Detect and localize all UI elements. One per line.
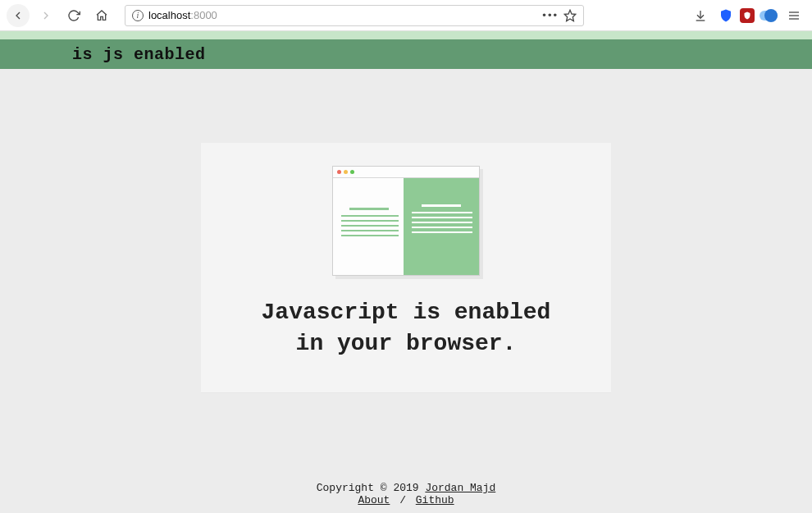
forward-button[interactable] — [34, 4, 57, 27]
status-message-line1: Javascript is enabled — [262, 300, 551, 325]
top-accent-strip — [0, 31, 812, 39]
bitwarden-icon[interactable] — [717, 7, 735, 25]
author-link[interactable]: Jordan Majd — [425, 482, 495, 494]
github-link[interactable]: Github — [416, 494, 454, 506]
ublock-icon[interactable] — [740, 8, 755, 23]
footer-separator: / — [390, 494, 415, 506]
page-viewport: is js enabled — [0, 31, 812, 513]
site-title: is js enabled — [0, 45, 206, 64]
site-header: is js enabled — [0, 39, 812, 69]
reload-button[interactable] — [62, 4, 85, 27]
site-info-icon[interactable]: i — [132, 10, 144, 21]
window-dot-yellow — [344, 170, 348, 174]
svg-marker-0 — [564, 10, 575, 21]
browser-chrome: i localhost:8000 ••• — [0, 0, 812, 31]
bookmark-star-icon[interactable] — [563, 9, 577, 22]
status-message: Javascript is enabled in your browser. — [226, 297, 586, 360]
address-bar[interactable]: i localhost:8000 ••• — [125, 5, 584, 26]
page-actions-icon[interactable]: ••• — [542, 9, 559, 21]
url-host: localhost:8000 — [148, 9, 217, 21]
window-dot-green — [350, 170, 354, 174]
main-content: Javascript is enabled in your browser. — [0, 69, 812, 482]
status-message-line2: in your browser. — [296, 331, 517, 356]
status-card: Javascript is enabled in your browser. — [201, 143, 611, 392]
back-button[interactable] — [7, 4, 30, 27]
menu-button[interactable] — [782, 4, 805, 27]
extension-toggle[interactable] — [760, 7, 778, 25]
copyright-text: Copyright © 2019 — [317, 482, 426, 494]
home-button[interactable] — [90, 4, 113, 27]
illustration-browser-window — [324, 159, 488, 282]
site-footer: Copyright © 2019 Jordan Majd About / Git… — [0, 482, 812, 513]
illustration-pane-left — [333, 178, 405, 275]
window-dot-red — [337, 170, 341, 174]
about-link[interactable]: About — [358, 494, 390, 506]
downloads-button[interactable] — [689, 4, 712, 27]
illustration-pane-right — [404, 178, 479, 275]
